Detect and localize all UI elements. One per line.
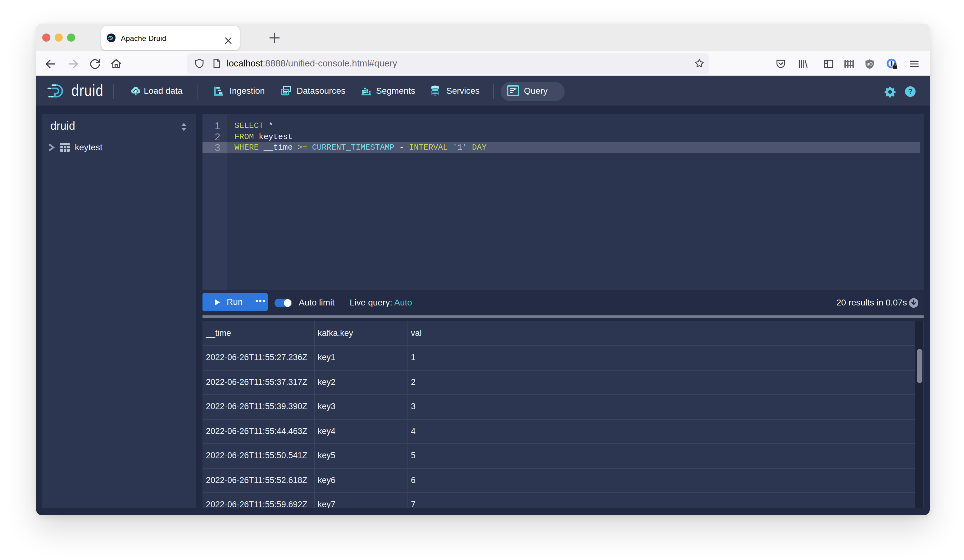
svg-text:?: ? [908, 88, 912, 96]
svg-text:uO: uO [866, 62, 873, 67]
